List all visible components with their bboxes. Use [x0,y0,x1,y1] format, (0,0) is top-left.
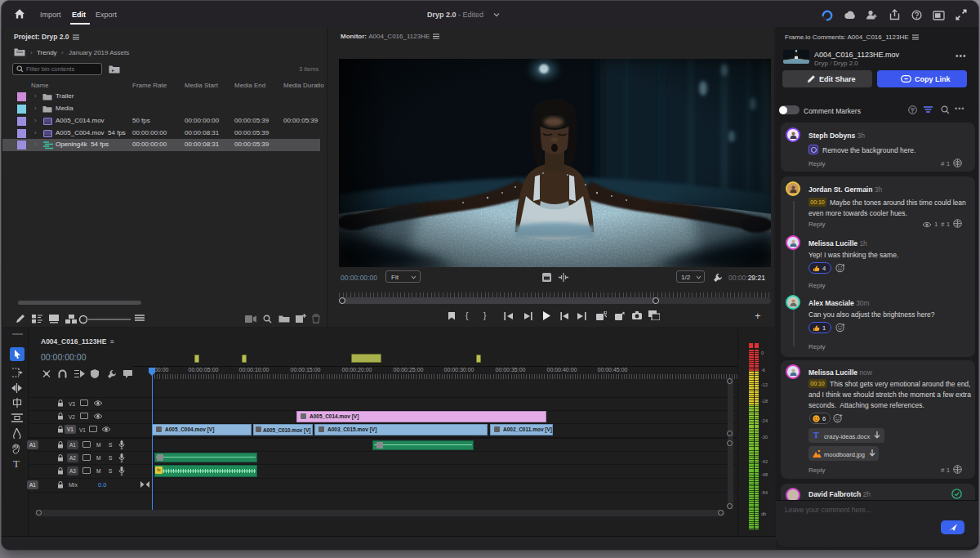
svg-text:▸: ▸ [112,68,114,73]
